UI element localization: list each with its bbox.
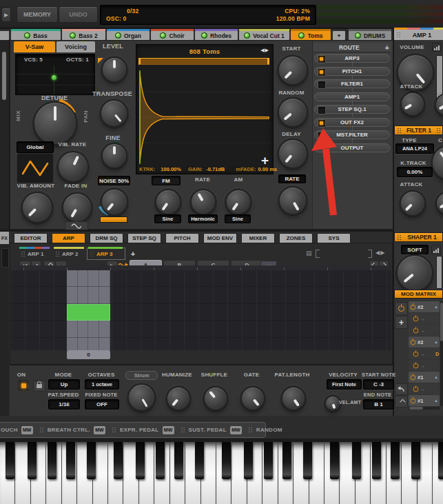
strum-button[interactable]: Strum xyxy=(125,371,158,380)
tab-editor[interactable]: EDITOR xyxy=(14,233,48,243)
matrix-slot-row[interactable]: →D xyxy=(409,348,440,359)
expand-triangle-icon[interactable]: ▲ xyxy=(434,399,438,403)
gain-value[interactable]: -0.71dB xyxy=(206,166,225,172)
route-checkbox[interactable] xyxy=(318,55,326,63)
power-icon[interactable] xyxy=(411,304,416,310)
collapsed-play-icon[interactable]: ▶ xyxy=(1,8,11,22)
part-tab-drums[interactable]: DRUMS xyxy=(349,31,391,40)
fm-rate-wave-select[interactable]: Harmonic xyxy=(188,214,218,223)
route-item-filter1[interactable]: FILTER1 xyxy=(314,79,390,88)
route-item-amp1[interactable]: AMP1 xyxy=(314,92,390,101)
black-key[interactable] xyxy=(244,442,253,479)
black-key[interactable] xyxy=(195,442,204,479)
add-part-button[interactable]: + xyxy=(333,31,345,40)
part-tab-organ[interactable]: Organ xyxy=(107,31,150,40)
black-key[interactable] xyxy=(66,442,75,479)
matrix-slot-row[interactable]: → xyxy=(409,313,440,324)
route-checkbox[interactable] xyxy=(318,81,326,89)
drag-grip-icon[interactable] xyxy=(397,234,402,241)
amp-partial-knob[interactable] xyxy=(435,93,443,117)
perf-control-expr-pedal[interactable]: EXPR. PEDALMW xyxy=(112,426,174,434)
meter-mode-icon[interactable] xyxy=(432,43,442,52)
loop-region-bar[interactable] xyxy=(138,58,269,65)
black-key[interactable] xyxy=(6,442,14,479)
fm-wave-select[interactable]: Sine xyxy=(154,214,181,223)
perf-control-sust-pedal[interactable]: SUST. PEDALMW xyxy=(181,426,242,434)
expand-triangle-icon[interactable]: ▲ xyxy=(434,305,438,309)
noise-button[interactable]: NOISE 50% xyxy=(98,176,130,185)
tab-zones[interactable]: ZONES xyxy=(279,233,313,243)
fm-knob[interactable] xyxy=(155,189,181,215)
step-note-block[interactable] xyxy=(67,304,110,321)
ktrack-value[interactable]: 0.00% xyxy=(397,167,433,177)
tab-vsaw[interactable]: V-Saw xyxy=(14,41,55,52)
black-key[interactable] xyxy=(391,442,400,479)
tab-drm-sq[interactable]: DRM SQ xyxy=(90,233,123,243)
black-key[interactable] xyxy=(411,442,420,479)
list-view-icon[interactable]: ▤ xyxy=(306,250,312,256)
mfade-value[interactable]: 0.00 ms xyxy=(258,166,277,172)
power-icon[interactable] xyxy=(413,327,419,333)
left-scrollbar[interactable] xyxy=(2,52,6,100)
matrix-group-row[interactable]: #1▲ xyxy=(409,395,440,406)
level-knob[interactable] xyxy=(101,57,127,83)
tab-mod-env[interactable]: MOD ENV xyxy=(203,233,237,243)
shaper-slider[interactable] xyxy=(436,256,442,289)
sample-name[interactable]: 808 Toms xyxy=(136,48,273,55)
route-checkbox[interactable] xyxy=(318,68,326,77)
drag-grip-icon[interactable] xyxy=(397,128,402,134)
black-key[interactable] xyxy=(28,442,37,479)
amp-attack-knob[interactable] xyxy=(400,92,425,117)
power-icon[interactable] xyxy=(411,398,416,403)
pat-speed-select[interactable]: 1/16 xyxy=(48,399,80,410)
meter-mode-icon[interactable] xyxy=(431,245,441,254)
fm-rate-knob[interactable] xyxy=(190,189,216,215)
matrix-slot-row[interactable]: → xyxy=(409,360,440,371)
drag-grip-icon[interactable] xyxy=(248,427,253,433)
matrix-group-row[interactable]: #2▲ xyxy=(409,301,440,312)
noise-level-bar[interactable] xyxy=(100,216,127,223)
power-icon[interactable] xyxy=(411,374,416,380)
lfo-wave-display[interactable] xyxy=(17,153,54,183)
drag-grip-icon[interactable] xyxy=(396,32,401,38)
black-key[interactable] xyxy=(48,442,56,479)
shuffle-knob[interactable] xyxy=(203,386,228,411)
drag-grip-icon[interactable] xyxy=(436,128,441,134)
arp-on-button[interactable] xyxy=(18,380,29,391)
vib-rate-knob[interactable] xyxy=(57,151,89,183)
start-knob[interactable] xyxy=(278,55,308,85)
black-key[interactable] xyxy=(222,442,231,479)
humanize-knob[interactable] xyxy=(166,386,191,411)
drag-grip-icon[interactable] xyxy=(112,427,116,433)
black-key[interactable] xyxy=(87,442,96,479)
drag-grip-icon[interactable] xyxy=(181,427,185,433)
random-knob[interactable] xyxy=(278,97,308,128)
part-tab-rhodes[interactable]: Rhodes xyxy=(195,31,238,40)
black-key[interactable] xyxy=(174,442,183,479)
octaves-select[interactable]: 1 octave xyxy=(85,379,119,390)
filter-attack-knob[interactable] xyxy=(400,190,426,216)
black-key[interactable] xyxy=(303,442,312,479)
fm-button[interactable]: FM xyxy=(152,176,181,185)
matrix-group-row[interactable]: #2▲ xyxy=(409,336,440,347)
am-knob[interactable] xyxy=(225,189,251,215)
black-key[interactable] xyxy=(156,442,165,479)
arp-add-pattern-button[interactable]: + xyxy=(128,250,138,258)
drag-grip-icon[interactable] xyxy=(39,427,44,433)
power-icon[interactable] xyxy=(411,339,416,345)
sample-prev-next-icons[interactable]: ◀▶ xyxy=(260,48,269,53)
mode-select[interactable]: Up xyxy=(48,379,80,390)
power-icon[interactable] xyxy=(413,363,419,368)
matrix-slot-row[interactable]: → xyxy=(409,325,440,336)
black-key[interactable] xyxy=(352,442,361,479)
drag-grip-icon[interactable] xyxy=(21,251,25,257)
arp-pattern-tab-2[interactable]: ARP 2 xyxy=(54,249,85,259)
matrix-collapse-button[interactable] xyxy=(395,396,408,407)
tab-pitch[interactable]: PITCH xyxy=(165,233,199,243)
tab-voicing[interactable]: Voicing xyxy=(56,41,95,52)
black-key[interactable] xyxy=(282,442,291,479)
tab-sys[interactable]: SYS xyxy=(317,233,351,243)
perf-control-random[interactable]: RANDOM xyxy=(248,427,282,433)
part-tab-bass[interactable]: Bass xyxy=(11,31,61,40)
arp-pattern-tab-3[interactable]: ARP 3 xyxy=(88,249,124,259)
